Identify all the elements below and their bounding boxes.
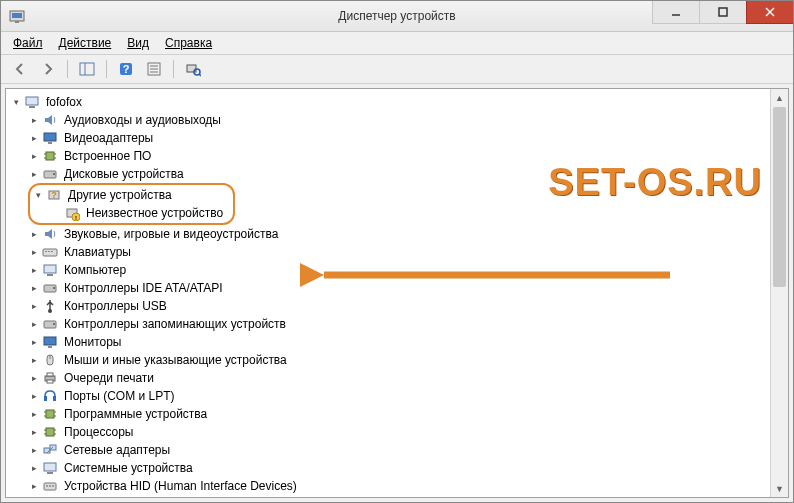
svg-rect-53 xyxy=(53,396,56,401)
back-button[interactable] xyxy=(7,57,33,81)
svg-line-17 xyxy=(199,74,201,76)
tree-category[interactable]: ▾ ? Другие устройства xyxy=(32,186,225,204)
expander-icon[interactable]: ▸ xyxy=(28,444,40,456)
category-label: Встроенное ПО xyxy=(62,147,153,165)
scroll-down-icon[interactable]: ▼ xyxy=(771,480,788,497)
tree-root[interactable]: ▾ fofofox xyxy=(10,93,788,111)
category-label: Компьютер xyxy=(62,261,128,279)
tree-category[interactable]: ▸ Процессоры xyxy=(10,423,788,441)
category-label: Контроллеры USB xyxy=(62,297,169,315)
tree-category[interactable]: ▸ Звуковые, игровые и видеоустройства xyxy=(10,225,788,243)
net-icon xyxy=(42,442,58,458)
menu-file[interactable]: Файл xyxy=(7,34,49,52)
display-icon xyxy=(42,130,58,146)
menu-action[interactable]: Действие xyxy=(53,34,118,52)
tree-category[interactable]: ▸ Мыши и иные указывающие устройства xyxy=(10,351,788,369)
tree-category[interactable]: ▸ Порты (COM и LPT) xyxy=(10,387,788,405)
toolbar-separator xyxy=(173,60,174,78)
toolbar-separator xyxy=(106,60,107,78)
expander-icon[interactable]: ▸ xyxy=(28,114,40,126)
svg-rect-39 xyxy=(47,274,53,276)
expander-icon[interactable]: ▸ xyxy=(28,150,40,162)
expander-icon[interactable]: ▸ xyxy=(28,168,40,180)
expander-icon[interactable]: ▸ xyxy=(28,264,40,276)
tree-item-unknown[interactable]: ! Неизвестное устройство xyxy=(32,204,225,222)
tree-category[interactable]: ▸ Компьютер xyxy=(10,261,788,279)
tree-category[interactable]: ▸ Программные устройства xyxy=(10,405,788,423)
expander-icon[interactable]: ▸ xyxy=(28,372,40,384)
close-button[interactable] xyxy=(746,1,793,24)
svg-text:!: ! xyxy=(75,215,77,221)
tree-category[interactable]: ▸ Очереди печати xyxy=(10,369,788,387)
svg-rect-1 xyxy=(12,13,22,18)
tree-category[interactable]: ▸ Устройства HID (Human Interface Device… xyxy=(10,477,788,495)
unknown-device-label: Неизвестное устройство xyxy=(84,204,225,222)
svg-rect-22 xyxy=(46,152,54,160)
expander-icon[interactable]: ▸ xyxy=(28,480,40,492)
tree-category[interactable]: ▸ Системные устройства xyxy=(10,459,788,477)
tree-category[interactable]: ▸ Сетевые адаптеры xyxy=(10,441,788,459)
tree-category[interactable]: ▸ Контроллеры USB xyxy=(10,297,788,315)
menu-view[interactable]: Вид xyxy=(121,34,155,52)
expander-icon[interactable]: ▸ xyxy=(28,426,40,438)
tree-category[interactable]: ▸ Дисковые устройства xyxy=(10,165,788,183)
chip-icon xyxy=(42,148,58,164)
expander-icon[interactable]: ▸ xyxy=(28,282,40,294)
device-manager-window: Диспетчер устройств Файл Действие Вид Сп… xyxy=(0,0,794,503)
toolbar-separator xyxy=(67,60,68,78)
svg-point-42 xyxy=(48,309,52,313)
svg-rect-37 xyxy=(51,251,53,252)
minimize-button[interactable] xyxy=(652,1,699,24)
mouse-icon xyxy=(42,352,58,368)
unknown-icon: ! xyxy=(64,205,80,221)
expander-icon[interactable]: ▸ xyxy=(28,246,40,258)
scroll-up-icon[interactable]: ▲ xyxy=(771,89,788,106)
expander-icon[interactable]: ▸ xyxy=(28,408,40,420)
tree-category[interactable]: ▸ Клавиатуры xyxy=(10,243,788,261)
forward-button[interactable] xyxy=(35,57,61,81)
svg-rect-2 xyxy=(15,21,19,23)
tree-category[interactable]: ▸ Контроллеры IDE ATA/ATAPI xyxy=(10,279,788,297)
scan-hardware-button[interactable] xyxy=(180,57,206,81)
expander-icon[interactable]: ▸ xyxy=(28,390,40,402)
svg-text:?: ? xyxy=(51,190,57,200)
category-label: Мыши и иные указывающие устройства xyxy=(62,351,289,369)
expander-icon[interactable]: ▸ xyxy=(28,300,40,312)
other-icon: ? xyxy=(46,187,62,203)
expander-icon[interactable]: ▸ xyxy=(28,228,40,240)
svg-point-41 xyxy=(53,287,55,289)
svg-point-72 xyxy=(52,485,54,487)
tree-category[interactable]: ▸ Встроенное ПО xyxy=(10,147,788,165)
expander-icon[interactable]: ▸ xyxy=(28,354,40,366)
svg-rect-51 xyxy=(47,380,53,383)
tree-category[interactable]: ▸ Видеоадаптеры xyxy=(10,129,788,147)
scroll-thumb[interactable] xyxy=(773,107,786,287)
svg-rect-19 xyxy=(29,106,35,108)
svg-rect-54 xyxy=(46,410,54,418)
expander-icon[interactable]: ▾ xyxy=(10,96,22,108)
svg-point-71 xyxy=(49,485,51,487)
maximize-button[interactable] xyxy=(699,1,746,24)
menu-help[interactable]: Справка xyxy=(159,34,218,52)
category-label: Программные устройства xyxy=(62,405,209,423)
category-label: Мониторы xyxy=(62,333,123,351)
expander-icon[interactable]: ▸ xyxy=(28,336,40,348)
svg-text:?: ? xyxy=(123,63,130,75)
properties-button[interactable] xyxy=(141,57,167,81)
expander-icon[interactable]: ▾ xyxy=(32,189,44,201)
svg-rect-4 xyxy=(719,8,727,16)
help-button[interactable]: ? xyxy=(113,57,139,81)
disk-icon xyxy=(42,280,58,296)
show-hide-tree-button[interactable] xyxy=(74,57,100,81)
svg-rect-20 xyxy=(44,133,56,141)
computer-icon xyxy=(24,94,40,110)
printer-icon xyxy=(42,370,58,386)
vertical-scrollbar[interactable]: ▲ ▼ xyxy=(770,89,788,497)
tree-category[interactable]: ▸ Мониторы xyxy=(10,333,788,351)
tree-category[interactable]: ▸ Контроллеры запоминающих устройств xyxy=(10,315,788,333)
expander-icon[interactable]: ▸ xyxy=(28,318,40,330)
tree-category[interactable]: ▸ Аудиовходы и аудиовыходы xyxy=(10,111,788,129)
expander-icon[interactable]: ▸ xyxy=(28,462,40,474)
root-label: fofofox xyxy=(44,93,84,111)
expander-icon[interactable]: ▸ xyxy=(28,132,40,144)
